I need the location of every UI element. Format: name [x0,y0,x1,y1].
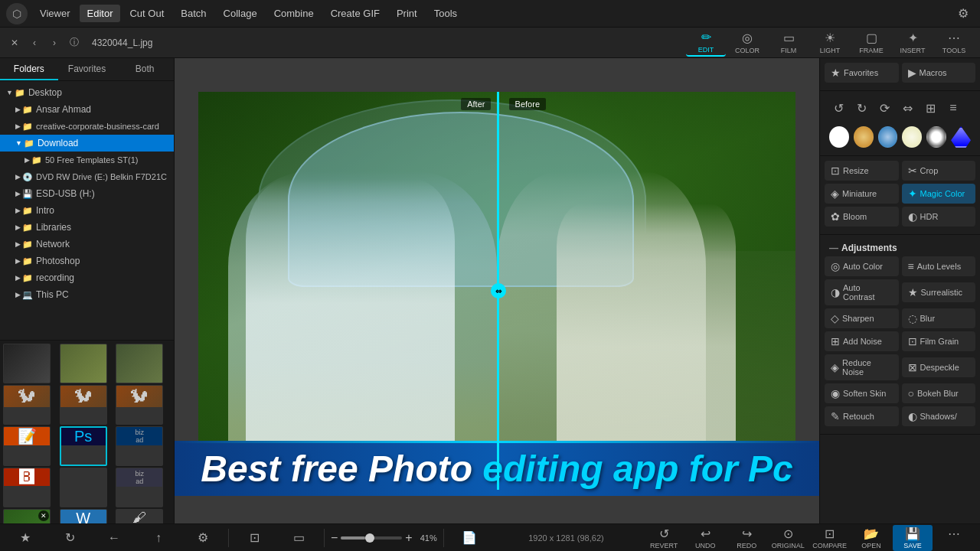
tree-item-recording[interactable]: ▶ 📁 recording [0,269,174,286]
thumbnail-preview[interactable]: ✕ [3,509,51,523]
tool-insert[interactable]: ✦ INSERT [893,29,933,57]
back-button[interactable]: ← [95,530,133,546]
shadows-button[interactable]: ◐ Shadows/ [902,406,976,426]
close-button[interactable]: ✕ [6,34,23,51]
tool-light[interactable]: ☀ LIGHT [810,29,850,57]
tree-item-network[interactable]: ▶ 📁 Network [0,236,174,253]
filter-cold[interactable] [878,126,898,148]
tool-edit[interactable]: ✏ EDIT [686,29,726,57]
favorites-star-button[interactable]: ★ [6,529,44,546]
thumbnail-blog[interactable]: 📝 [3,426,51,466]
close-thumbnail-icon[interactable]: ✕ [38,510,49,521]
menu-combine[interactable]: Combine [266,5,322,22]
tree-item-dvd[interactable]: ▶ 💿 DVD RW Drive (E:) Belkin F7D21C [0,168,174,185]
thumbnail-item[interactable] [3,344,51,383]
auto-rotate-icon[interactable]: ⟳ [875,99,893,117]
tree-item-creative[interactable]: ▶ 📁 creative-corporate-business-card [0,118,174,135]
nav-prev-button[interactable]: ‹ [26,34,43,51]
menu-cutout[interactable]: Cut Out [122,5,172,22]
filter-warm[interactable] [854,126,874,148]
thumbnail-biz-2[interactable]: bizad [116,468,163,507]
tab-both[interactable]: Both [116,58,174,80]
nav-next-button[interactable]: › [46,34,63,51]
bloom-button[interactable]: ✿ Bloom [825,207,899,227]
rotate-right-icon[interactable]: ↻ [852,99,871,117]
bokeh-blur-button[interactable]: ○ Bokeh Blur [902,383,976,403]
settings-icon[interactable]: ⚙ [952,3,974,24]
menu-viewer[interactable]: Viewer [32,5,78,22]
undo-button[interactable]: ↩ UNDO [685,525,725,551]
view-grid-button[interactable]: ▭ [279,529,318,546]
auto-color-button[interactable]: ◎ Auto Color [825,256,899,276]
zoom-plus-button[interactable]: + [405,531,412,545]
refresh-button[interactable]: ↻ [51,529,89,546]
retouch-button[interactable]: ✎ Retouch [825,406,899,426]
crop-button[interactable]: ✂ Crop [902,161,976,181]
favorites-button[interactable]: ★ Favorites [825,63,899,83]
save-button[interactable]: 💾 SAVE [893,525,933,551]
tree-item-photoshop[interactable]: ▶ 📁 Photoshop [0,253,174,269]
grid-icon[interactable]: ⊞ [921,99,939,117]
tree-item-thispc[interactable]: ▶ 💻 This PC [0,286,174,303]
thumbnail-ps[interactable]: Ps [60,426,107,466]
original-button[interactable]: ⊙ ORIGINAL [768,525,808,551]
revert-button[interactable]: ↺ REVERT [644,525,684,551]
menu-tools[interactable]: Tools [426,5,465,22]
tree-item-libraries[interactable]: ▶ 📁 Libraries [0,219,174,236]
menu-editor[interactable]: Editor [80,5,121,22]
tool-color[interactable]: ◎ COLOR [727,29,767,57]
thumbnail-item[interactable] [116,344,163,383]
blur-button[interactable]: ◌ Blur [902,308,976,328]
film-grain-button[interactable]: ⊡ Film Grain [902,331,976,351]
flip-horizontal-icon[interactable]: ⇔ [898,99,916,117]
tree-item-50-templates[interactable]: ▶ 📁 50 Free Templates ST(1) [0,152,174,168]
menu-batch[interactable]: Batch [173,5,214,22]
tree-item-ansar[interactable]: ▶ 📁 Ansar Ahmad [0,101,174,118]
adjustments-header[interactable]: — Adjustments [825,240,975,256]
thumbnail-item[interactable] [60,344,107,383]
thumbnail-dark[interactable] [60,468,107,507]
settings-button[interactable]: ⚙ [184,529,222,546]
tree-item-download[interactable]: ▼ 📁 Download [0,135,174,152]
info-icon[interactable]: ⓘ [66,34,83,51]
menu-collage[interactable]: Collage [216,5,265,22]
soften-skin-button[interactable]: ◉ Soften Skin [825,383,899,403]
sharpen-button[interactable]: ◇ Sharpen [825,308,899,328]
tree-item-esd[interactable]: ▶ 💾 ESD-USB (H:) [0,185,174,202]
thumbnail-squirrel-2[interactable]: 🐿 [60,385,107,425]
zoom-minus-button[interactable]: − [331,531,338,545]
despeckle-button[interactable]: ⊠ Despeckle [902,357,976,377]
zoom-slider[interactable] [341,536,402,540]
compare-button[interactable]: ⊡ COMPARE [809,525,850,551]
select-box-button[interactable]: ⊡ [235,529,273,546]
photo-canvas[interactable]: ⇔ After Before Best free Photo editing a… [175,58,819,523]
tree-item-intro[interactable]: ▶ 📁 Intro [0,202,174,219]
open-button[interactable]: 📂 OPEN [851,525,891,551]
resize-button[interactable]: ⊡ Resize [825,161,899,181]
lines-icon[interactable]: ≡ [944,99,962,117]
thumbnail-squirrel-1[interactable]: 🐿 [3,385,51,425]
filter-drop[interactable] [951,126,971,148]
macros-button[interactable]: ▶ Macros [902,63,976,83]
surrealistic-button[interactable]: ★ Surrealistic [902,282,976,302]
more-button[interactable]: ⋯ [934,525,974,551]
thumbnail-squirrel-3[interactable]: 🐿 [116,385,163,425]
tool-film[interactable]: ▭ FILM [769,29,808,57]
menu-gif[interactable]: Create GIF [323,5,387,22]
compare-handle[interactable]: ⇔ [491,283,506,298]
tool-frame[interactable]: ▢ FRAME [851,29,891,57]
filter-oval[interactable] [926,126,946,148]
magic-color-button[interactable]: ✦ Magic Color [902,184,976,204]
auto-levels-button[interactable]: ≡ Auto Levels [902,256,976,276]
redo-button[interactable]: ↪ REDO [727,525,766,551]
up-button[interactable]: ↑ [139,530,178,546]
filter-light[interactable] [902,126,922,148]
tab-favorites[interactable]: Favorites [58,58,116,80]
thumbnail-wp[interactable]: W [60,509,107,523]
compare-divider[interactable]: ⇔ [497,92,499,490]
auto-contrast-button[interactable]: ◑ Auto Contrast [825,279,899,305]
thumbnail-blog-2[interactable]: 🅱 [3,468,51,507]
filter-normal[interactable] [829,126,849,148]
thumbnail-biz[interactable]: bizad [116,426,163,466]
menu-print[interactable]: Print [389,5,425,22]
